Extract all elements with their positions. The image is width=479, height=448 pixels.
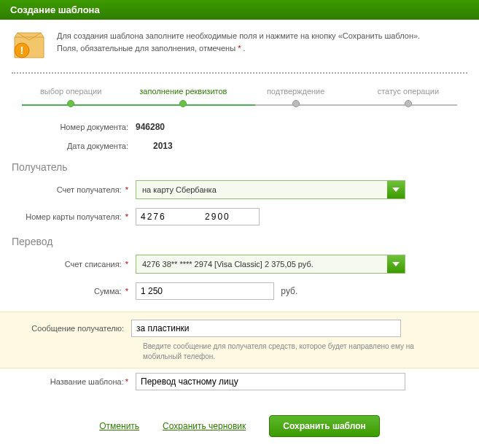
cancel-button[interactable]: Отменить	[99, 421, 139, 431]
section-recipient: Получатель	[12, 155, 467, 176]
message-input[interactable]	[131, 320, 401, 337]
amount-unit: руб.	[281, 286, 297, 296]
debit-account-select[interactable]: 4276 38** **** 2974 [Visa Classic] 2 375…	[136, 255, 405, 274]
row-template-name: Название шаблона:*	[12, 368, 467, 395]
info-line2-after: .	[241, 44, 245, 53]
info-text: Для создания шаблона заполните необходим…	[57, 30, 420, 54]
wizard-step-select-operation: выбор операции	[15, 87, 127, 107]
doc-number-label: Номер документа:	[12, 123, 136, 131]
highlight-message-row: Сообщение получателю: Введите сообщение …	[0, 312, 479, 368]
amount-label: Сумма: *	[12, 287, 136, 296]
wizard-step-confirmation: подтверждение	[240, 87, 352, 107]
chevron-down-icon	[387, 181, 405, 198]
recipient-account-selected: на карту Сбербанка	[136, 185, 387, 194]
row-amount: Сумма: * руб.	[12, 278, 467, 304]
wizard-step-status: статус операции	[352, 87, 464, 107]
row-recipient-card: Номер карты получателя: *	[12, 204, 467, 230]
debit-account-label: Счет списания: *	[12, 260, 136, 269]
info-line2-before: Поля, обязательные для заполнения, отмеч…	[57, 44, 238, 53]
save-template-button[interactable]: Сохранить шаблон	[269, 415, 379, 437]
recipient-account-select[interactable]: на карту Сбербанка	[136, 180, 405, 199]
step-dot-icon	[405, 100, 412, 107]
amount-input[interactable]	[136, 282, 274, 300]
page-header: Создание шаблона	[0, 0, 479, 20]
message-label: Сообщение получателю:	[12, 324, 131, 333]
debit-account-selected: 4276 38** **** 2974 [Visa Classic] 2 375…	[136, 260, 387, 269]
info-line1: Для создания шаблона заполните необходим…	[57, 31, 420, 40]
chevron-down-icon	[387, 255, 405, 273]
wizard-steps: выбор операции заполнение реквизитов под…	[0, 74, 479, 117]
svg-text:!: !	[20, 44, 24, 56]
step-dot-icon	[67, 100, 74, 107]
template-name-input[interactable]	[136, 373, 405, 390]
action-bar: Отменить Сохранить черновик Сохранить ша…	[0, 402, 479, 447]
step-dot-icon	[292, 100, 300, 107]
wizard-step-fill-details: заполнение реквизитов	[127, 87, 239, 107]
doc-date-value: 2013	[136, 141, 467, 151]
form-body: Номер документа: 946280 Дата документа: …	[0, 117, 479, 312]
section-transfer: Перевод	[12, 230, 467, 250]
row-recipient-account: Счет получателя: * на карту Сбербанка	[12, 176, 467, 204]
form-body-2: Название шаблона:*	[0, 368, 479, 402]
info-bar: ! Для создания шаблона заполните необход…	[0, 20, 479, 68]
recipient-card-input[interactable]	[136, 208, 260, 225]
doc-date-label: Дата документа:	[12, 142, 136, 150]
row-message: Сообщение получателю:	[12, 318, 467, 339]
row-doc-date: Дата документа: 2013	[12, 136, 467, 155]
doc-number-value: 946280	[136, 122, 467, 132]
recipient-account-label: Счет получателя: *	[12, 185, 136, 194]
page-title: Создание шаблона	[10, 4, 100, 15]
template-name-label: Название шаблона:*	[12, 377, 136, 386]
save-draft-button[interactable]: Сохранить черновик	[163, 421, 246, 431]
row-debit-account: Счет списания: * 4276 38** **** 2974 [Vi…	[12, 250, 467, 278]
wallet-warning-icon: !	[12, 30, 47, 61]
message-hint: Введите сообщение для получателя средств…	[143, 341, 435, 362]
row-doc-number: Номер документа: 946280	[12, 117, 467, 136]
recipient-card-label: Номер карты получателя: *	[12, 212, 136, 221]
template-form-container: Создание шаблона ! Для создания шаблона …	[0, 0, 479, 448]
step-dot-icon	[179, 100, 187, 107]
